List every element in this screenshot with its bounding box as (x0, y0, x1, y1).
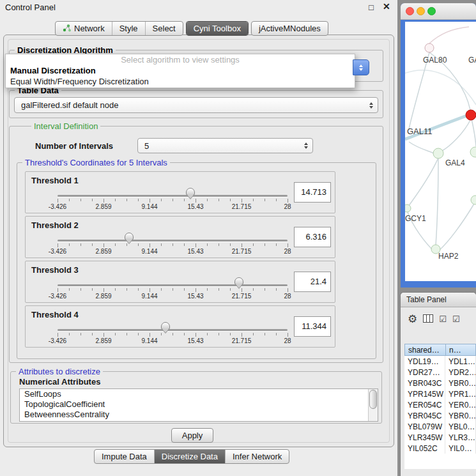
apply-button[interactable]: Apply (171, 428, 213, 443)
table-row[interactable]: YER054CYER0… (404, 399, 476, 410)
checkbox-checked-icon[interactable]: ☑ (439, 315, 447, 323)
table-row[interactable]: YLR345WYLR3… (404, 432, 476, 443)
algorithm-dropdown-popup: Select algorithm to view settings Manual… (5, 54, 355, 88)
numerical-attributes-label: Numerical Attributes (19, 377, 100, 387)
close-icon[interactable]: ✕ (383, 1, 390, 12)
network-node[interactable] (405, 204, 411, 212)
network-node[interactable] (470, 147, 476, 157)
network-node-selected-red[interactable] (466, 110, 476, 120)
algorithm-option-manual[interactable]: Manual Discretization (6, 65, 355, 76)
zoom-traffic-light-icon[interactable] (427, 7, 436, 15)
table-row[interactable]: YPR145WYPR1… (404, 388, 476, 399)
table-cell[interactable]: YBR045C (404, 410, 445, 421)
slider-thumb[interactable] (186, 188, 195, 196)
column-header-shared-name[interactable]: shared… (404, 344, 445, 356)
table-cell[interactable]: YIL0… (445, 443, 476, 454)
slider-tick (230, 333, 231, 335)
columns-icon[interactable] (423, 314, 433, 324)
table-row[interactable]: YDL19…YDL1… (404, 356, 476, 367)
table-cell[interactable]: YBL079W (404, 421, 445, 432)
list-item[interactable]: TopologicalCoefficient (20, 399, 378, 410)
close-traffic-light-icon[interactable] (406, 7, 414, 15)
slider-tick-label: 15.43 (187, 203, 203, 210)
algorithm-combo-stepper[interactable] (353, 59, 369, 75)
table-cell[interactable]: YLR345W (404, 432, 445, 443)
slider-tick-label: 15.43 (187, 337, 203, 344)
minimize-traffic-light-icon[interactable] (417, 7, 425, 15)
slider-tick (207, 288, 208, 291)
tab-jactivemnodules[interactable]: jActiveMNodules (252, 22, 328, 35)
table-panel-titlebar[interactable]: Table Panel (401, 293, 476, 307)
slider-track[interactable] (58, 284, 288, 286)
table-data-combo[interactable]: galFiltered.sif default node (14, 97, 378, 113)
number-of-intervals-combo[interactable]: 5 (137, 138, 313, 153)
algorithm-option-equal-width[interactable]: Equal Width/Frequency Discretization (6, 76, 355, 87)
tab-infer-network[interactable]: Infer Network (225, 450, 289, 463)
table-cell[interactable]: YDL1… (445, 356, 476, 367)
slider-tick (230, 199, 231, 201)
table-row[interactable]: YBR043CYBR0… (404, 378, 476, 388)
slider-track[interactable] (58, 195, 288, 197)
slider-tick (127, 333, 127, 335)
thresholds-group: Threshold's Coordinates for 5 Intervals … (17, 162, 376, 359)
table-row[interactable]: YIL052CYIL0… (404, 443, 476, 454)
network-window-titlebar[interactable] (401, 3, 476, 20)
slider-track[interactable] (58, 329, 288, 331)
slider-tick (242, 288, 242, 292)
threshold-value-field[interactable]: 14.713 (294, 182, 331, 203)
tab-group-main: Network Style Select (55, 21, 183, 36)
slider-tick (138, 288, 139, 291)
network-node[interactable] (425, 43, 434, 52)
network-canvas[interactable]: GAL80 GA GAL11 GAL4 GCY1 HAP2 (405, 22, 476, 281)
table-row[interactable]: YBR045CYBR0… (404, 410, 476, 421)
tab-select[interactable]: Select (145, 22, 183, 35)
tab-network[interactable]: Network (56, 22, 112, 35)
threshold-value-field[interactable]: 21.4 (294, 272, 331, 292)
table-cell[interactable]: YIL052C (404, 443, 445, 454)
table-cell[interactable]: YBR0… (445, 378, 476, 388)
tab-impute-data[interactable]: Impute Data (95, 450, 154, 463)
table-cell[interactable]: YLR3… (445, 432, 476, 443)
slider-tick (161, 288, 162, 291)
list-item[interactable]: SelfLoops (20, 389, 378, 399)
table-cell[interactable]: YDR2… (445, 367, 476, 378)
slider-thumb[interactable] (161, 322, 170, 330)
table-cell[interactable]: YPR145W (404, 388, 445, 399)
table-cell[interactable]: YBR043C (404, 378, 445, 388)
tab-cyni-toolbox[interactable]: Cyni Toolbox (187, 22, 248, 35)
network-icon (63, 24, 71, 34)
list-scrollbar[interactable] (368, 389, 378, 421)
table-cell[interactable]: YER054C (404, 399, 445, 410)
table-cell[interactable]: YBL0… (445, 421, 476, 432)
tab-discretize-data[interactable]: Discretize Data (154, 450, 225, 463)
scrollbar-thumb[interactable] (369, 390, 377, 409)
threshold-value-field[interactable]: 11.344 (294, 316, 331, 337)
network-node[interactable] (433, 148, 443, 158)
slider-tick (242, 243, 242, 247)
slider-thumb[interactable] (234, 277, 243, 285)
table-cell[interactable]: YER0… (445, 399, 476, 410)
list-item[interactable]: BetweennessCentrality (20, 410, 378, 420)
maximize-icon[interactable]: □ (369, 3, 374, 12)
slider-tick (173, 288, 173, 291)
table-row[interactable]: YBL079WYBL0… (404, 421, 476, 432)
combo-arrows-icon (367, 102, 378, 109)
slider-tick-label: -3.426 (49, 337, 66, 344)
slider-thumb[interactable] (125, 233, 134, 240)
threshold-label: Threshold 2 (31, 220, 79, 230)
network-node[interactable] (471, 196, 476, 204)
threshold-panel: Threshold 1-3.4262.8599.14415.4321.71528… (25, 171, 335, 213)
gear-icon[interactable]: ⚙ (408, 314, 417, 325)
threshold-value-field[interactable]: 6.316 (294, 227, 331, 247)
table-cell[interactable]: YDL19… (404, 356, 445, 367)
column-header-name[interactable]: n… (445, 344, 476, 356)
table-row[interactable]: YDR27…YDR2… (404, 367, 476, 378)
table-cell[interactable]: YPR1… (445, 388, 476, 399)
checkbox-checked-icon[interactable]: ☑ (452, 315, 460, 323)
slider-tick (207, 199, 208, 201)
table-cell[interactable]: YDR27… (404, 367, 445, 378)
slider-track[interactable] (58, 240, 288, 242)
slider-tick (242, 199, 242, 203)
tab-style[interactable]: Style (112, 22, 145, 35)
table-cell[interactable]: YBR0… (445, 410, 476, 421)
